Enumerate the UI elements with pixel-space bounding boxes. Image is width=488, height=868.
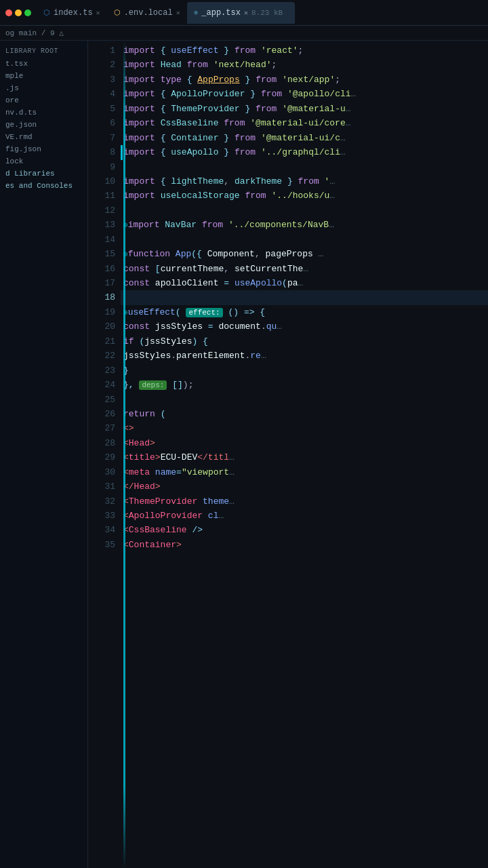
env-icon: ⬡ bbox=[114, 8, 121, 17]
code-area: 1 2 3 4 5 6 7 8 9 10 11 12 13 14 15 16 1… bbox=[88, 41, 488, 868]
ln-7: 7 bbox=[88, 131, 115, 145]
sidebar-item-consoles[interactable]: es and Consoles bbox=[0, 180, 87, 192]
sidebar-item-lock[interactable]: lock bbox=[0, 155, 87, 167]
sidebar-item-figjson[interactable]: fig.json bbox=[0, 143, 87, 155]
code-line-13: ⊙import NavBar from '../components/NavB… bbox=[121, 218, 488, 232]
ln-19: 19 bbox=[88, 305, 115, 319]
tab-env-local[interactable]: ⬡ .env.local ✕ bbox=[107, 2, 187, 24]
code-line-34: <CssBaseline /> bbox=[121, 523, 488, 537]
file-size-badge: 8.23 kB bbox=[251, 9, 288, 17]
window-controls bbox=[5, 9, 31, 16]
ln-22: 22 bbox=[88, 349, 115, 363]
ln-14: 14 bbox=[88, 233, 115, 247]
sidebar-item-nvdts[interactable]: nv.d.ts bbox=[0, 106, 87, 119]
ln-16: 16 bbox=[88, 262, 115, 276]
ln-26: 26 bbox=[88, 407, 115, 421]
sidebar-item-tsx[interactable]: t.tsx bbox=[0, 58, 87, 70]
ln-12: 12 bbox=[88, 203, 115, 218]
code-line-26: return ( bbox=[121, 407, 488, 421]
sidebar-item-vermd[interactable]: VE.rmd bbox=[0, 131, 87, 143]
ln-5: 5 bbox=[88, 102, 115, 116]
ln-13: 13 bbox=[88, 218, 115, 232]
code-line-19: ⊙useEffect( effect: () => { bbox=[121, 305, 488, 319]
tab-close-icon[interactable]: ✕ bbox=[244, 9, 248, 17]
sidebar-header: library root bbox=[0, 43, 87, 58]
ln-21: 21 bbox=[88, 334, 115, 349]
tab-close-icon[interactable]: ✕ bbox=[96, 9, 100, 17]
minimize-window-icon[interactable] bbox=[15, 9, 22, 16]
ln-20: 20 bbox=[88, 319, 115, 334]
ln-35: 35 bbox=[88, 538, 115, 552]
ln-15: 15 bbox=[88, 247, 115, 261]
react-icon: ⚛ bbox=[194, 8, 199, 17]
sidebar: library root t.tsx mple .js ore nv.d.ts … bbox=[0, 41, 88, 868]
ln-23: 23 bbox=[88, 363, 115, 378]
maximize-window-icon[interactable] bbox=[24, 9, 31, 16]
ln-1: 1 bbox=[88, 43, 115, 58]
ln-32: 32 bbox=[88, 494, 115, 509]
tab-label: _app.tsx bbox=[201, 8, 241, 18]
line-numbers: 1 2 3 4 5 6 7 8 9 10 11 12 13 14 15 16 1… bbox=[88, 41, 121, 868]
code-line-33: <ApolloProvider cl… bbox=[121, 509, 488, 523]
code-line-32: <ThemeProvider theme… bbox=[121, 494, 488, 509]
main-layout: library root t.tsx mple .js ore nv.d.ts … bbox=[0, 41, 488, 868]
code-scroll: 1 2 3 4 5 6 7 8 9 10 11 12 13 14 15 16 1… bbox=[88, 41, 488, 868]
code-line-6: import CssBaseline from '@material-ui/co… bbox=[121, 116, 488, 130]
code-line-7: import { Container } from '@material-ui/… bbox=[121, 131, 488, 145]
ln-30: 30 bbox=[88, 465, 115, 479]
code-line-20: const jssStyles = document.qu… bbox=[121, 319, 488, 334]
ln-29: 29 bbox=[88, 450, 115, 465]
code-line-18 bbox=[121, 290, 488, 304]
sidebar-item-libraries[interactable]: d Libraries bbox=[0, 167, 87, 180]
ln-8: 8 bbox=[88, 145, 115, 159]
tab-bar: ⬡ index.ts ✕ ⬡ .env.local ✕ ⚛ _app.tsx ✕… bbox=[0, 0, 488, 26]
breadcrumb: og main / 9 △ bbox=[5, 28, 64, 37]
code-line-17: const apolloClient = useApollo(pa… bbox=[121, 276, 488, 290]
code-line-24: }, deps: []); bbox=[121, 378, 488, 392]
code-line-14 bbox=[121, 233, 488, 247]
code-line-23: } bbox=[121, 363, 488, 378]
ln-3: 3 bbox=[88, 73, 115, 87]
code-line-12 bbox=[121, 203, 488, 218]
ln-10: 10 bbox=[88, 174, 115, 189]
ln-27: 27 bbox=[88, 421, 115, 435]
code-line-9 bbox=[121, 160, 488, 174]
sidebar-item-ore[interactable]: ore bbox=[0, 94, 87, 106]
code-line-3: import type { AppProps } from 'next/app'… bbox=[121, 73, 488, 87]
code-line-1: import { useEffect } from 'react'; bbox=[121, 43, 488, 58]
code-line-21: if (jssStyles) { bbox=[121, 334, 488, 349]
tab-app-tsx[interactable]: ⚛ _app.tsx ✕ 8.23 kB bbox=[187, 2, 295, 24]
ln-18: 18 bbox=[88, 290, 115, 304]
ln-2: 2 bbox=[88, 58, 115, 72]
tab-index-ts[interactable]: ⬡ index.ts ✕ bbox=[37, 2, 107, 24]
ln-28: 28 bbox=[88, 436, 115, 450]
ln-9: 9 bbox=[88, 160, 115, 174]
tab-label: index.ts bbox=[54, 8, 93, 18]
code-content: import { useEffect } from 'react'; impor… bbox=[121, 41, 488, 868]
code-line-4: import { ApolloProvider } from '@apollo/… bbox=[121, 87, 488, 101]
sidebar-item-js[interactable]: .js bbox=[0, 82, 87, 94]
breadcrumb-bar: og main / 9 △ bbox=[0, 26, 488, 41]
tab-close-icon[interactable]: ✕ bbox=[176, 9, 180, 17]
code-line-8: import { useApollo } from '../graphql/cl… bbox=[121, 145, 488, 159]
ln-24: 24 bbox=[88, 378, 115, 392]
code-line-5: import { ThemeProvider } from '@material… bbox=[121, 102, 488, 116]
code-line-31: </Head> bbox=[121, 479, 488, 494]
ln-31: 31 bbox=[88, 479, 115, 494]
code-line-30: <meta name="viewport… bbox=[121, 465, 488, 479]
sidebar-item-gejson[interactable]: ge.json bbox=[0, 119, 87, 131]
code-line-28: <Head> bbox=[121, 436, 488, 450]
code-line-10: import { lightTheme, darkTheme } from '… bbox=[121, 174, 488, 189]
close-window-icon[interactable] bbox=[5, 9, 12, 16]
ln-11: 11 bbox=[88, 189, 115, 203]
code-line-27: <> bbox=[121, 421, 488, 435]
ln-17: 17 bbox=[88, 276, 115, 290]
sidebar-item-mple[interactable]: mple bbox=[0, 70, 87, 82]
ln-33: 33 bbox=[88, 509, 115, 523]
code-line-11: import useLocalStorage from '../hooks/u… bbox=[121, 189, 488, 203]
code-line-35: <Container> bbox=[121, 538, 488, 552]
code-line-15: ⊙function App({ Component, pageProps … bbox=[121, 247, 488, 261]
code-line-22: jssStyles.parentElement.re… bbox=[121, 349, 488, 363]
ln-4: 4 bbox=[88, 87, 115, 101]
ln-6: 6 bbox=[88, 116, 115, 130]
